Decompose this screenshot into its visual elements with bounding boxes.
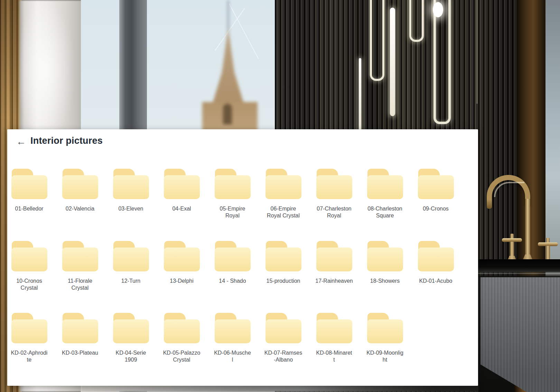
- page-title: Interior pictures: [30, 136, 103, 146]
- folder-item[interactable]: KD-04-Serie 1909: [105, 313, 156, 363]
- folder-icon: [164, 313, 200, 343]
- folder-item[interactable]: 10-Cronos Crystal: [4, 241, 55, 291]
- folder-icon: [215, 169, 251, 199]
- folder-name: 06-Empire Royal Crystal: [260, 205, 307, 219]
- back-button[interactable]: ←: [14, 135, 28, 149]
- folder-icon: [62, 313, 98, 343]
- folder-icon: [316, 169, 352, 199]
- folder-name: 11-Florale Crystal: [56, 278, 104, 291]
- folder-icon: [11, 313, 47, 343]
- folder-name: 12-Turn: [107, 278, 155, 284]
- screen: ← Interior pictures 01-Belledor 02-Valen…: [0, 0, 560, 392]
- folder-name: KD-02-Aphrodi te: [6, 349, 53, 363]
- folder-name: KD-08-Minaret t: [310, 349, 358, 363]
- folder-icon: [265, 169, 301, 199]
- led-light-faint: [476, 0, 478, 104]
- led-light: [390, 8, 395, 116]
- folder-name: KD-04-Serie 1909: [107, 349, 155, 363]
- folder-icon: [265, 313, 301, 343]
- folder-item[interactable]: KD-06-Musche l: [207, 313, 258, 363]
- folder-icon: [164, 241, 200, 271]
- folder-item[interactable]: 18-Showers: [360, 241, 410, 284]
- led-light: [433, 0, 451, 124]
- folder-icon: [62, 241, 98, 271]
- folder-name: KD-06-Musche l: [209, 349, 256, 363]
- folder-item[interactable]: KD-01-Acubo: [410, 241, 461, 284]
- folder-name: 17-Rainheaven: [310, 278, 358, 284]
- led-light-glow: [433, 2, 443, 17]
- folder-name: 04-Exal: [158, 205, 206, 212]
- led-light: [370, 0, 384, 81]
- folder-name: 15-production: [260, 278, 307, 284]
- folder-icon: [418, 169, 454, 199]
- folder-icon: [62, 169, 98, 199]
- folder-item[interactable]: KD-07-Ramses -Albano: [258, 313, 309, 363]
- folder-name: KD-03-Plateau: [56, 349, 104, 356]
- folder-icon: [265, 241, 301, 271]
- folder-name: 01-Belledor: [6, 205, 53, 212]
- folder-item[interactable]: 15-production: [258, 241, 309, 284]
- folder-icon: [316, 313, 352, 343]
- folder-name: KD-09-Moonlig ht: [361, 349, 409, 363]
- folder-name: 07-Charleston Royal: [310, 205, 358, 219]
- counter-top: [478, 259, 560, 277]
- folder-item[interactable]: 11-Florale Crystal: [55, 241, 105, 291]
- folder-name: 10-Cronos Crystal: [6, 278, 53, 291]
- folder-item[interactable]: 17-Rainheaven: [309, 241, 360, 284]
- folder-name: 14 - Shado: [209, 278, 256, 284]
- led-light: [409, 0, 424, 42]
- folder-item[interactable]: 03-Eleven: [105, 169, 156, 212]
- folder-icon: [215, 241, 251, 271]
- folder-icon: [164, 169, 200, 199]
- folder-icon: [367, 169, 403, 199]
- folder-name: 13-Delphi: [158, 278, 206, 284]
- folder-icon: [11, 169, 47, 199]
- folder-icon: [113, 241, 149, 271]
- folder-item[interactable]: 08-Charleston Square: [360, 169, 410, 219]
- folder-item[interactable]: 01-Belledor: [4, 169, 55, 212]
- folder-name: KD-01-Acubo: [412, 278, 460, 284]
- folder-icon: [11, 241, 47, 271]
- folder-item[interactable]: 07-Charleston Royal: [309, 169, 360, 219]
- folder-icon: [367, 313, 403, 343]
- back-arrow-icon: ←: [16, 136, 26, 147]
- bell-tower-background: [187, 0, 277, 135]
- faucet-pipe: [525, 199, 530, 262]
- led-light: [359, 58, 361, 131]
- folder-item[interactable]: KD-02-Aphrodi te: [4, 313, 55, 363]
- folder-name: 08-Charleston Square: [361, 205, 409, 219]
- folder-item[interactable]: 09-Cronos: [410, 169, 461, 212]
- folder-icon: [367, 241, 403, 271]
- folder-name: KD-07-Ramses -Albano: [260, 349, 307, 363]
- folder-icon: [418, 241, 454, 271]
- folder-name: 05-Empire Royal: [209, 205, 256, 219]
- folder-item[interactable]: 12-Turn: [105, 241, 156, 284]
- folder-item[interactable]: KD-03-Plateau: [55, 313, 105, 356]
- folder-item[interactable]: 06-Empire Royal Crystal: [258, 169, 309, 219]
- folder-icon: [113, 169, 149, 199]
- folder-item[interactable]: 05-Empire Royal: [207, 169, 258, 219]
- folder-item[interactable]: 14 - Shado: [207, 241, 258, 284]
- folder-item[interactable]: 02-Valencia: [55, 169, 105, 212]
- folder-icon: [316, 241, 352, 271]
- faucet-spout-tip: [487, 200, 492, 209]
- folder-icon: [113, 313, 149, 343]
- folder-item[interactable]: KD-05-Palazzo Crystal: [156, 313, 207, 363]
- folder-name: 18-Showers: [361, 278, 409, 284]
- folder-name: 03-Eleven: [107, 205, 155, 212]
- folder-item[interactable]: 04-Exal: [156, 169, 207, 212]
- file-browser-panel: ← Interior pictures 01-Belledor 02-Valen…: [7, 129, 478, 386]
- folder-item[interactable]: KD-09-Moonlig ht: [360, 313, 410, 363]
- folder-item[interactable]: KD-08-Minaret t: [309, 313, 360, 363]
- folder-name: KD-05-Palazzo Crystal: [158, 349, 206, 363]
- panel-header: ← Interior pictures: [7, 129, 478, 153]
- folder-name: 09-Cronos: [412, 205, 460, 212]
- folder-item[interactable]: 13-Delphi: [156, 241, 207, 284]
- folder-name: 02-Valencia: [56, 205, 104, 212]
- folder-icon: [215, 313, 251, 343]
